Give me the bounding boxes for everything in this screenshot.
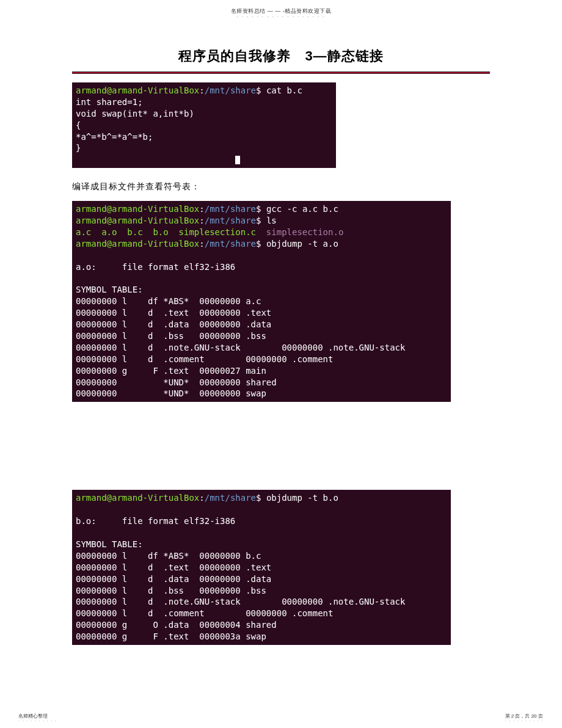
output-line: 00000000 g F .text 00000027 main	[76, 366, 266, 376]
cursor-icon	[235, 156, 240, 164]
output-line: 00000000 l d .data 00000000 .data	[76, 574, 271, 584]
terminal-block-1: armand@armand-VirtualBox:/mnt/share$ cat…	[72, 82, 336, 168]
prompt-user: armand@armand-VirtualBox	[76, 216, 199, 225]
prompt-user: armand@armand-VirtualBox	[76, 204, 199, 214]
code-line: int shared=1;	[76, 97, 143, 107]
output-line: 00000000 l d .bss 00000000 .bss	[76, 331, 266, 341]
output-line: 00000000 l d .text 00000000 .text	[76, 562, 271, 572]
output-line: 00000000 l d .note.GNU-stack 00000000 .n…	[76, 343, 405, 352]
footer-left-text: 名师精心整理	[18, 713, 48, 719]
output-line: SYMBOL TABLE:	[76, 285, 143, 294]
cmd-text: objdump -t a.o	[261, 239, 338, 249]
output-line: 00000000 l df *ABS* 00000000 b.c	[76, 551, 261, 561]
cmd-text: gcc -c a.c b.c	[261, 204, 338, 214]
file-list-pink: simplesection.o	[256, 227, 343, 237]
prompt-sep: :	[199, 204, 204, 214]
prompt-user: armand@armand-VirtualBox	[76, 493, 199, 503]
output-line: 00000000 l d .data 00000000 .data	[76, 319, 271, 329]
output-line: b.o: file format elf32-i386	[76, 516, 235, 526]
prompt-sep: :	[199, 216, 204, 225]
output-line: 00000000 l d .note.GNU-stack 00000000 .n…	[76, 597, 405, 606]
output-line: 00000000 g O .data 00000004 shared	[76, 620, 277, 630]
spacing-gap	[72, 402, 490, 490]
output-line: a.o: file format elf32-i386	[76, 262, 235, 272]
terminal-block-3: armand@armand-VirtualBox:/mnt/share$ obj…	[72, 490, 451, 645]
prompt-path: /mnt/share	[205, 216, 256, 225]
prompt-path: /mnt/share	[205, 86, 256, 95]
content-area: armand@armand-VirtualBox:/mnt/share$ cat…	[0, 74, 562, 645]
prompt-path: /mnt/share	[205, 493, 256, 503]
footer-dots: - - - - - - - - - -	[505, 719, 544, 722]
output-line: 00000000 *UND* 00000000 swap	[76, 388, 266, 398]
prompt-path: /mnt/share	[205, 204, 256, 214]
header-dots: - - - - - - - - - - - - - - - - - -	[0, 15, 562, 18]
cmd-text: cat b.c	[261, 86, 302, 95]
page-title: 程序员的自我修养 3—静态链接	[0, 47, 562, 65]
file-list-green: a.c a.o b.c b.o simplesection.c	[76, 227, 256, 237]
prompt-path: /mnt/share	[205, 239, 256, 249]
code-line: }	[76, 143, 81, 153]
prompt-user: armand@armand-VirtualBox	[76, 86, 199, 95]
output-line: 00000000 g F .text 0000003a swap	[76, 632, 266, 641]
output-line: SYMBOL TABLE:	[76, 539, 143, 549]
prompt-user: armand@armand-VirtualBox	[76, 239, 199, 249]
terminal-block-2: armand@armand-VirtualBox:/mnt/share$ gcc…	[72, 201, 451, 402]
footer-left: 名师精心整理 - - - - - - - - - -	[18, 713, 57, 722]
prompt-sep: :	[199, 86, 204, 95]
output-line: 00000000 l d .bss 00000000 .bss	[76, 586, 266, 595]
output-line: 00000000 l d .comment 00000000 .comment	[76, 354, 333, 364]
output-line: 00000000 l df *ABS* 00000000 a.c	[76, 296, 261, 306]
prompt-sep: :	[199, 493, 204, 503]
code-line: void swap(int* a,int*b)	[76, 109, 194, 118]
footer: 名师精心整理 - - - - - - - - - - 第 2 页，共 20 页 …	[0, 713, 562, 722]
paragraph-1: 编译成目标文件并查看符号表：	[72, 181, 490, 192]
header-note: 名师资料总结 — — -精品资料欢迎下载	[0, 0, 562, 15]
prompt-sep: :	[199, 239, 204, 249]
code-line: {	[76, 120, 81, 130]
cmd-text: objdump -t b.o	[261, 493, 338, 503]
footer-right-text: 第 2 页，共 20 页	[505, 713, 543, 719]
code-line: *a^=*b^=*a^=*b;	[76, 132, 153, 142]
output-line: 00000000 l d .comment 00000000 .comment	[76, 608, 333, 618]
cmd-text: ls	[261, 216, 276, 225]
footer-dots: - - - - - - - - - -	[18, 719, 57, 722]
output-line: 00000000 *UND* 00000000 shared	[76, 377, 277, 387]
output-line: 00000000 l d .text 00000000 .text	[76, 308, 271, 318]
footer-right: 第 2 页，共 20 页 - - - - - - - - - -	[505, 713, 544, 722]
